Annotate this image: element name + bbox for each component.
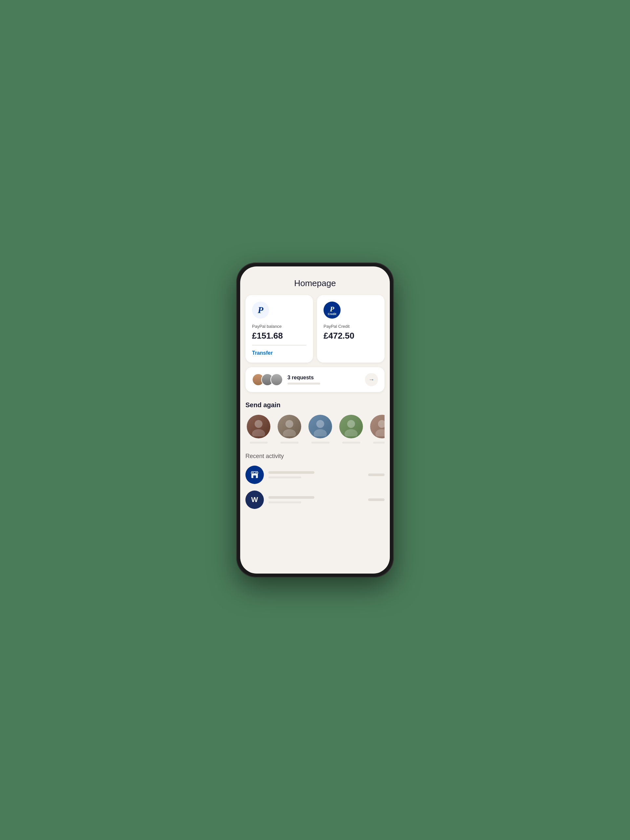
activity-amount-2 xyxy=(368,499,385,501)
send-name-bar-4 xyxy=(342,442,360,444)
paypal-p-icon: P xyxy=(257,305,263,315)
w-letter-label: W xyxy=(251,496,258,504)
send-name-bar-2 xyxy=(281,442,298,444)
send-name-bar-3 xyxy=(311,442,330,444)
svg-point-3 xyxy=(283,429,296,436)
avatar-face-3 xyxy=(271,374,282,385)
svg-point-7 xyxy=(344,429,358,436)
transfer-link[interactable]: Transfer xyxy=(252,350,306,356)
paypal-logo-wrapper: P xyxy=(252,302,269,319)
balance-cards-section: P PayPal balance £151.68 Transfer P Cred… xyxy=(240,295,390,363)
svg-point-4 xyxy=(316,420,324,428)
send-again-item-4[interactable] xyxy=(338,415,364,444)
balance-divider xyxy=(252,345,306,346)
recent-activity-section: Recent activity xyxy=(240,444,390,509)
activity-details-1 xyxy=(268,471,363,478)
svg-point-9 xyxy=(375,429,385,436)
send-avatar-5 xyxy=(370,415,385,438)
paypal-credit-card[interactable]: P Credit PayPal Credit £472.50 xyxy=(317,295,385,363)
activity-details-2 xyxy=(268,496,363,503)
phone-screen: Homepage P PayPal balance £151.68 Transf… xyxy=(240,267,390,573)
activity-line2-1 xyxy=(268,477,301,478)
send-avatar-2 xyxy=(278,415,301,438)
send-again-section: Send again xyxy=(240,392,390,444)
paypal-credit-p-icon: P xyxy=(330,305,334,313)
credit-amount: £472.50 xyxy=(324,331,378,341)
requests-count-label: 3 requests xyxy=(287,375,365,381)
request-avatars xyxy=(252,373,283,386)
send-again-title: Send again xyxy=(245,401,385,409)
svg-point-6 xyxy=(347,420,355,428)
svg-rect-11 xyxy=(253,475,256,478)
send-again-item-5[interactable] xyxy=(369,415,385,444)
person-icon-4 xyxy=(339,415,363,438)
svg-point-5 xyxy=(314,429,327,436)
send-name-bar-1 xyxy=(250,442,268,444)
recent-activity-title: Recent activity xyxy=(245,453,385,460)
person-icon-2 xyxy=(278,415,301,438)
send-again-item-2[interactable] xyxy=(276,415,303,444)
activity-item-1[interactable] xyxy=(245,466,385,484)
page-title: Homepage xyxy=(240,267,390,295)
activity-item-2[interactable]: W xyxy=(245,491,385,509)
requests-arrow-button[interactable]: → xyxy=(365,373,378,386)
request-avatar-3 xyxy=(270,373,283,386)
send-again-list xyxy=(245,415,385,444)
activity-store-icon xyxy=(245,466,264,484)
send-again-item-3[interactable] xyxy=(307,415,333,444)
svg-point-8 xyxy=(378,420,385,428)
send-name-bar-5 xyxy=(373,442,385,444)
activity-line1-2 xyxy=(268,496,314,499)
svg-point-0 xyxy=(255,420,262,428)
activity-line1-1 xyxy=(268,471,314,474)
phone-frame: Homepage P PayPal balance £151.68 Transf… xyxy=(236,262,394,578)
paypal-credit-logo-wrapper: P Credit xyxy=(324,302,341,319)
person-icon-3 xyxy=(308,415,332,438)
svg-point-2 xyxy=(286,420,293,428)
send-again-item-1[interactable] xyxy=(245,415,272,444)
person-icon-1 xyxy=(247,415,270,438)
requests-sublabel-bar xyxy=(287,382,320,385)
send-avatar-3 xyxy=(308,415,332,438)
svg-point-1 xyxy=(252,429,265,436)
paypal-credit-logo-inner: P Credit xyxy=(328,305,336,316)
send-avatar-1 xyxy=(247,415,270,438)
credit-label: Credit xyxy=(328,313,336,316)
balance-amount: £151.68 xyxy=(252,331,306,341)
paypal-balance-card[interactable]: P PayPal balance £151.68 Transfer xyxy=(245,295,313,363)
activity-amount-1 xyxy=(368,474,385,476)
send-avatar-4 xyxy=(339,415,363,438)
person-icon-5 xyxy=(370,415,385,438)
activity-w-icon: W xyxy=(245,491,264,509)
requests-text: 3 requests xyxy=(287,375,365,385)
requests-section: 3 requests → xyxy=(240,363,390,392)
balance-subtitle: PayPal balance xyxy=(252,324,306,329)
credit-subtitle: PayPal Credit xyxy=(324,324,378,329)
screen-scroll[interactable]: Homepage P PayPal balance £151.68 Transf… xyxy=(240,267,390,573)
requests-card[interactable]: 3 requests → xyxy=(245,367,385,392)
activity-line2-2 xyxy=(268,501,301,503)
